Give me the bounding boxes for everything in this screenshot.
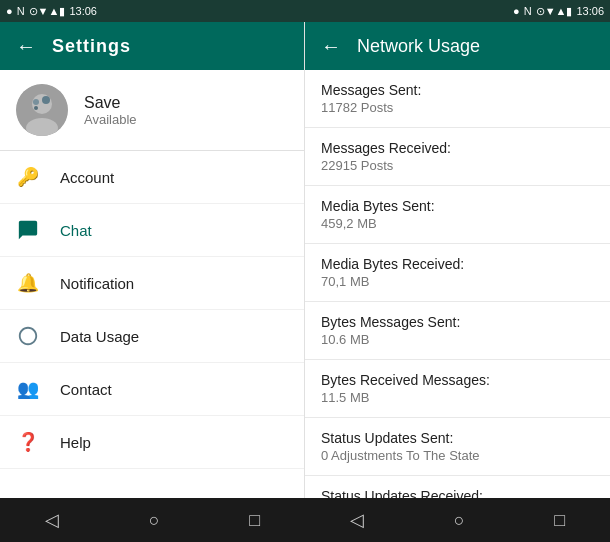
- bell-icon: 🔔: [16, 271, 40, 295]
- help-icon: ❓: [16, 430, 40, 454]
- svg-point-4: [42, 96, 50, 104]
- svg-point-3: [33, 99, 39, 105]
- usage-item: Media Bytes Sent:459,2 MB: [305, 186, 610, 244]
- status-bar: ● N ⊙▼▲▮ 13:06 ● N ⊙▼▲▮ 13:06: [0, 0, 610, 22]
- key-icon: 🔑: [16, 165, 40, 189]
- people-icon: 👥: [16, 377, 40, 401]
- settings-title: Settings: [52, 36, 131, 57]
- usage-list: Messages Sent:11782 PostsMessages Receiv…: [305, 70, 610, 498]
- network-usage-header: ← Network Usage: [305, 22, 610, 70]
- usage-item: Messages Received:22915 Posts: [305, 128, 610, 186]
- notification-icon-right: ●: [513, 5, 520, 17]
- usage-label: Status Updates Received:: [321, 488, 594, 498]
- usage-value: 10.6 MB: [321, 332, 594, 347]
- bottom-nav-right: ◁ ○ □: [305, 498, 610, 542]
- profile-section[interactable]: Save Available: [0, 70, 304, 151]
- avatar: [16, 84, 68, 136]
- notification-icon-left: ●: [6, 5, 13, 17]
- usage-value: 70,1 MB: [321, 274, 594, 289]
- svg-point-5: [34, 106, 38, 110]
- home-button-right[interactable]: ○: [438, 502, 481, 539]
- settings-item-notification[interactable]: 🔔 Notification: [0, 257, 304, 310]
- status-icons-left: ⊙▼▲▮: [29, 5, 66, 18]
- settings-panel: ← Settings Save Available 🔑: [0, 22, 305, 498]
- usage-item: Messages Sent:11782 Posts: [305, 70, 610, 128]
- profile-status: Available: [84, 112, 137, 127]
- recents-button-right[interactable]: □: [538, 502, 581, 539]
- notification-label: Notification: [60, 275, 134, 292]
- usage-value: 11782 Posts: [321, 100, 594, 115]
- network-usage-title: Network Usage: [357, 36, 480, 57]
- usage-item: Status Updates Received:11527 Status Upd…: [305, 476, 610, 498]
- bottom-nav: ◁ ○ □ ◁ ○ □: [0, 498, 610, 542]
- contact-label: Contact: [60, 381, 112, 398]
- usage-value: 11.5 MB: [321, 390, 594, 405]
- network-icon-right: N: [524, 5, 532, 17]
- usage-value: 459,2 MB: [321, 216, 594, 231]
- usage-label: Bytes Received Messages:: [321, 372, 594, 388]
- settings-item-account[interactable]: 🔑 Account: [0, 151, 304, 204]
- usage-item: Status Updates Sent:0 Adjustments To The…: [305, 418, 610, 476]
- profile-name: Save: [84, 94, 137, 112]
- usage-value: 0 Adjustments To The State: [321, 448, 594, 463]
- network-usage-back-button[interactable]: ←: [321, 35, 341, 58]
- settings-item-data-usage[interactable]: Data Usage: [0, 310, 304, 363]
- settings-header: ← Settings: [0, 22, 304, 70]
- usage-label: Messages Sent:: [321, 82, 594, 98]
- back-button-right[interactable]: ◁: [334, 501, 380, 539]
- usage-item: Bytes Received Messages:11.5 MB: [305, 360, 610, 418]
- chat-label: Chat: [60, 222, 92, 239]
- time-right: 13:06: [576, 5, 604, 17]
- data-usage-icon: [16, 324, 40, 348]
- settings-item-help[interactable]: ❓ Help: [0, 416, 304, 469]
- back-button-left[interactable]: ◁: [29, 501, 75, 539]
- network-icon: N: [17, 5, 25, 17]
- settings-item-contact[interactable]: 👥 Contact: [0, 363, 304, 416]
- usage-label: Status Updates Sent:: [321, 430, 594, 446]
- usage-label: Messages Received:: [321, 140, 594, 156]
- usage-label: Media Bytes Received:: [321, 256, 594, 272]
- usage-label: Bytes Messages Sent:: [321, 314, 594, 330]
- usage-label: Media Bytes Sent:: [321, 198, 594, 214]
- usage-item: Media Bytes Received:70,1 MB: [305, 244, 610, 302]
- usage-value: 22915 Posts: [321, 158, 594, 173]
- status-icons-right: ⊙▼▲▮: [536, 5, 573, 18]
- time-left: 13:06: [69, 5, 97, 17]
- main-area: ← Settings Save Available 🔑: [0, 22, 610, 498]
- home-button-left[interactable]: ○: [133, 502, 176, 539]
- settings-back-button[interactable]: ←: [16, 35, 36, 58]
- status-bar-left: ● N ⊙▼▲▮ 13:06: [6, 5, 305, 18]
- settings-item-chat[interactable]: Chat: [0, 204, 304, 257]
- bottom-nav-left: ◁ ○ □: [0, 498, 305, 542]
- status-bar-right: ● N ⊙▼▲▮ 13:06: [305, 5, 604, 18]
- usage-item: Bytes Messages Sent:10.6 MB: [305, 302, 610, 360]
- chat-icon: [16, 218, 40, 242]
- account-label: Account: [60, 169, 114, 186]
- recents-button-left[interactable]: □: [233, 502, 276, 539]
- help-label: Help: [60, 434, 91, 451]
- data-usage-label: Data Usage: [60, 328, 139, 345]
- profile-info: Save Available: [84, 94, 137, 127]
- network-usage-panel: ← Network Usage Messages Sent:11782 Post…: [305, 22, 610, 498]
